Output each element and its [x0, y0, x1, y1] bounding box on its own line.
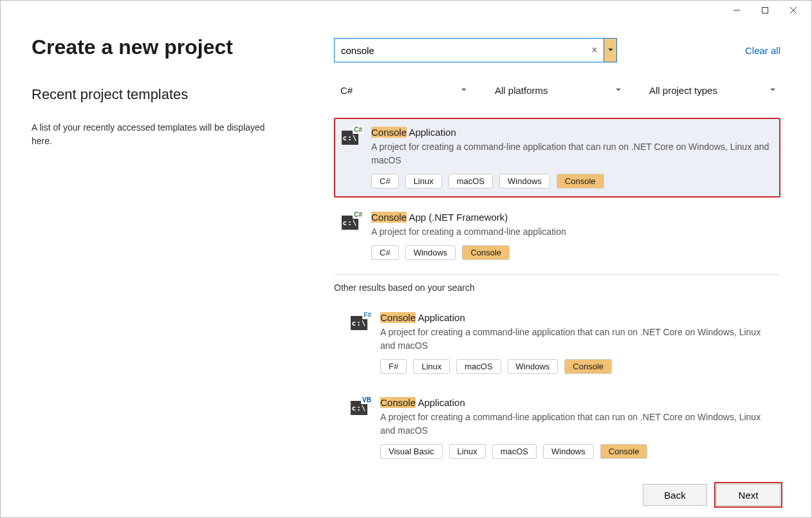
template-tag: Windows: [543, 444, 594, 459]
template-tags: Visual BasicLinuxmacOSWindowsConsole: [380, 444, 773, 459]
template-tag: macOS: [456, 359, 501, 374]
template-tag: Visual Basic: [380, 444, 443, 459]
template-tags: F#LinuxmacOSWindowsConsole: [380, 359, 773, 374]
chevron-down-icon: [616, 88, 621, 92]
console-app-icon: c:\C#: [342, 127, 362, 145]
template-title: Console Application: [380, 312, 773, 323]
template-title: Console App (.NET Framework): [371, 212, 773, 223]
chevron-down-icon: [461, 88, 466, 92]
template-item[interactable]: c:\VBConsole ApplicationA project for cr…: [343, 388, 780, 468]
template-tags: C#LinuxmacOSWindowsConsole: [371, 174, 773, 189]
minimize-button[interactable]: [723, 1, 751, 19]
search-input[interactable]: [341, 39, 586, 62]
template-tag: Console: [564, 359, 612, 374]
page-title: Create a new project: [32, 35, 308, 59]
console-app-icon: c:\C#: [342, 212, 362, 230]
template-desc: A project for creating a command-line ap…: [380, 326, 773, 353]
template-tag: C#: [371, 245, 399, 260]
template-item[interactable]: c:\C#Console App (.NET Framework)A proje…: [334, 203, 780, 269]
platform-filter-label: All platforms: [495, 85, 548, 96]
template-tag: Windows: [499, 174, 550, 189]
console-app-icon: c:\F#: [351, 312, 371, 330]
template-item[interactable]: c:\F#Console ApplicationA project for cr…: [343, 303, 780, 383]
language-filter[interactable]: C#: [334, 79, 472, 101]
project-type-filter-label: All project types: [649, 85, 717, 96]
template-desc: A project for creating a command-line ap…: [371, 140, 773, 167]
template-tag: Console: [462, 245, 510, 260]
template-desc: A project for creating a command-line ap…: [380, 411, 773, 438]
next-button[interactable]: Next: [716, 484, 780, 506]
template-title: Console Application: [371, 127, 773, 138]
clear-all-link[interactable]: Clear all: [745, 45, 780, 56]
chevron-down-icon: [770, 88, 775, 92]
template-tag: macOS: [448, 174, 493, 189]
template-tag: Console: [600, 444, 648, 459]
titlebar: [1, 1, 811, 20]
template-desc: A project for creating a command-line ap…: [371, 225, 773, 239]
svg-rect-1: [762, 8, 768, 14]
chevron-down-icon: [608, 48, 613, 52]
other-results-label: Other results based on your search: [334, 282, 780, 293]
recent-templates-desc: A list of your recently accessed templat…: [32, 121, 276, 148]
search-dropdown-button[interactable]: [604, 38, 617, 62]
footer: Back Next: [1, 472, 811, 517]
template-tag: Console: [557, 174, 604, 189]
template-tags: C#WindowsConsole: [371, 245, 773, 260]
template-title: Console Application: [380, 397, 773, 408]
project-type-filter[interactable]: All project types: [643, 79, 780, 101]
language-filter-label: C#: [340, 85, 353, 96]
platform-filter[interactable]: All platforms: [488, 79, 626, 101]
template-list: c:\C#Console ApplicationA project for cr…: [334, 118, 780, 269]
template-tag: Windows: [508, 359, 558, 374]
separator: [334, 274, 780, 275]
search-box: ×: [334, 38, 604, 62]
recent-templates-title: Recent project templates: [32, 86, 308, 103]
template-item[interactable]: c:\C#Console ApplicationA project for cr…: [334, 118, 780, 198]
back-button[interactable]: Back: [643, 484, 707, 506]
template-tag: macOS: [492, 444, 537, 459]
template-tag: Linux: [413, 359, 450, 374]
template-tag: C#: [371, 174, 399, 189]
maximize-button[interactable]: [751, 1, 779, 19]
template-tag: Linux: [449, 444, 486, 459]
template-tag: F#: [380, 359, 407, 374]
clear-search-icon[interactable]: ×: [586, 44, 604, 56]
template-tag: Linux: [405, 174, 442, 189]
other-template-list: c:\F#Console ApplicationA project for cr…: [334, 303, 780, 468]
console-app-icon: c:\VB: [351, 397, 371, 415]
template-tag: Windows: [405, 245, 456, 260]
close-button[interactable]: [779, 1, 807, 19]
